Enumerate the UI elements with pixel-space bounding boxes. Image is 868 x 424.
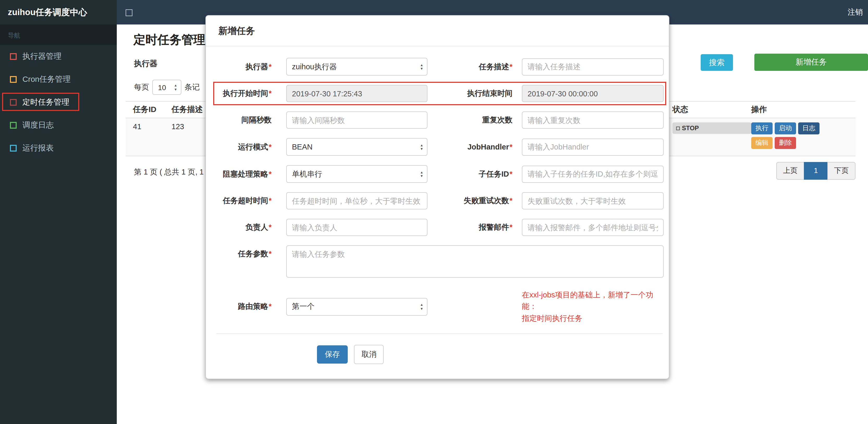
jobhandler-input[interactable] <box>522 138 664 156</box>
select-arrows-icon: ▲▼ <box>420 303 423 311</box>
task-desc-input[interactable] <box>522 58 664 75</box>
sidebar: 导航 执行器管理 Cron任务管理 定时任务管理 调度日志 运行报表 <box>0 25 117 424</box>
edit-button[interactable]: 编辑 <box>751 137 773 149</box>
square-outline-icon <box>10 53 17 60</box>
modal-footer: 保存 取消 <box>206 334 669 379</box>
row-actions: 执行 启动 日志 编辑 删除 <box>751 122 830 152</box>
per-page-suffix-label: 条记 <box>185 82 200 92</box>
task-desc-label: 任务描述* <box>428 62 517 72</box>
interval-input[interactable] <box>286 111 428 129</box>
start-time-input[interactable] <box>286 85 428 102</box>
form-row: 任务参数* <box>216 245 662 280</box>
sidebar-item-label: 执行器管理 <box>23 51 62 61</box>
page-title: 定时任务管理 <box>133 32 206 48</box>
sidebar-item-dispatch-log[interactable]: 调度日志 <box>0 113 117 136</box>
per-page-select[interactable]: 10 ▲▼ <box>152 80 181 95</box>
end-time-label: 执行结束时间 <box>428 89 517 98</box>
sidebar-item-label: 定时任务管理 <box>23 97 69 107</box>
per-page-prefix-label: 每页 <box>134 82 149 92</box>
save-button[interactable]: 保存 <box>317 346 348 364</box>
executor-select[interactable]: zuihou执行器 ▲▼ <box>286 58 428 75</box>
repeat-label: 重复次数 <box>428 115 517 125</box>
sidebar-item-label: Cron任务管理 <box>23 74 71 84</box>
start-button[interactable]: 启动 <box>775 122 796 134</box>
task-params-textarea[interactable] <box>286 245 664 278</box>
alarm-email-input[interactable] <box>522 219 664 236</box>
form-row: 执行器* zuihou执行器 ▲▼ 任务描述* <box>216 58 662 75</box>
select-arrows-icon: ▲▼ <box>420 63 423 71</box>
sidebar-nav-header: 导航 <box>0 25 117 45</box>
form-row: 运行模式* BEAN ▲▼ JobHandler* <box>216 138 662 156</box>
cancel-button[interactable]: 取消 <box>354 345 384 364</box>
square-outline-icon <box>10 144 17 151</box>
pagination: 上页 1 下页 <box>777 162 856 180</box>
status-badge: STOP <box>673 122 751 134</box>
executor-filter-label: 执行器 <box>134 59 157 69</box>
sidebar-item-executor-management[interactable]: 执行器管理 <box>0 45 117 68</box>
repeat-input[interactable] <box>522 111 664 129</box>
child-job-label: 子任务ID* <box>428 169 517 179</box>
sidebar-item-scheduled-task-management[interactable]: 定时任务管理 <box>0 91 117 113</box>
prev-page-button[interactable]: 上页 <box>776 162 804 180</box>
interval-label: 间隔秒数 <box>216 115 276 125</box>
square-outline-icon <box>10 99 17 105</box>
owner-input[interactable] <box>286 219 428 236</box>
task-params-label: 任务参数* <box>216 245 276 259</box>
stop-square-icon <box>676 126 680 130</box>
feature-note-line1: 在xxl-jobs项目的基础上，新增了一个功能： <box>522 289 662 313</box>
block-strategy-label: 阻塞处理策略* <box>216 169 276 179</box>
next-page-button[interactable]: 下页 <box>827 162 856 180</box>
logout-link[interactable]: 注销 <box>848 0 863 25</box>
status-badge-label: STOP <box>682 125 699 132</box>
sidebar-item-run-report[interactable]: 运行报表 <box>0 136 117 159</box>
cell-task-id: 41 <box>133 122 172 152</box>
delete-button[interactable]: 删除 <box>775 137 796 149</box>
select-arrows-icon: ▲▼ <box>174 83 177 91</box>
form-row: 阻塞处理策略* 单机串行 ▲▼ 子任务ID* <box>216 165 662 183</box>
timeout-input[interactable] <box>286 192 428 209</box>
form-row-time: 执行开始时间* 执行结束时间 <box>216 85 662 102</box>
add-task-modal: 新增任务 执行器* zuihou执行器 ▲▼ 任务描述* 执行开始时间* 执行结… <box>206 15 670 380</box>
timeout-label: 任务超时时间* <box>216 196 276 206</box>
select-arrows-icon: ▲▼ <box>420 170 423 178</box>
modal-body: 执行器* zuihou执行器 ▲▼ 任务描述* 执行开始时间* 执行结束时间 间… <box>206 46 669 334</box>
square-outline-icon <box>10 122 17 128</box>
executor-label: 执行器* <box>216 62 276 72</box>
search-button[interactable]: 搜索 <box>701 54 733 71</box>
screen: zuihou任务调度中心 注销 导航 执行器管理 Cron任务管理 定时任务管理… <box>0 0 868 424</box>
alarm-email-label: 报警邮件* <box>428 222 517 232</box>
block-strategy-select[interactable]: 单机串行 ▲▼ <box>286 165 428 183</box>
jobhandler-label: JobHandler* <box>428 143 517 151</box>
form-row: 任务超时时间* 失败重试次数* <box>216 192 662 209</box>
col-header-status: 状态 <box>673 105 751 115</box>
per-page-control: 每页 10 ▲▼ 条记 <box>134 80 200 95</box>
start-time-label: 执行开始时间* <box>216 89 276 98</box>
per-page-value: 10 <box>158 83 166 91</box>
log-button[interactable]: 日志 <box>798 122 819 134</box>
sidebar-item-label: 调度日志 <box>23 120 54 130</box>
child-job-input[interactable] <box>522 165 664 183</box>
pagination-summary: 第 1 页 ( 总共 1 页, 1 <box>134 167 204 177</box>
route-strategy-select[interactable]: 第一个 ▲▼ <box>286 298 428 316</box>
form-row: 间隔秒数 重复次数 <box>216 111 662 129</box>
form-row: 负责人* 报警邮件* <box>216 219 662 236</box>
run-button[interactable]: 执行 <box>751 122 773 134</box>
form-row: 路由策略* 第一个 ▲▼ 在xxl-jobs项目的基础上，新增了一个功能： 指定… <box>216 289 662 324</box>
current-page-button[interactable]: 1 <box>804 162 828 180</box>
retry-input[interactable] <box>522 192 664 209</box>
route-strategy-label: 路由策略* <box>216 302 276 312</box>
retry-label: 失败重试次数* <box>428 196 517 206</box>
feature-note: 在xxl-jobs项目的基础上，新增了一个功能： 指定时间执行任务 <box>522 289 662 324</box>
sidebar-toggle-icon[interactable] <box>126 9 132 16</box>
select-arrows-icon: ▲▼ <box>420 143 423 151</box>
add-task-button[interactable]: 新增任务 <box>754 54 868 71</box>
square-outline-icon <box>10 76 17 83</box>
sidebar-item-label: 运行报表 <box>23 143 54 153</box>
col-header-actions: 操作 <box>751 105 856 115</box>
end-time-input[interactable] <box>522 85 664 102</box>
owner-label: 负责人* <box>216 222 276 232</box>
sidebar-item-cron-task-management[interactable]: Cron任务管理 <box>0 68 117 91</box>
run-mode-select[interactable]: BEAN ▲▼ <box>286 138 428 156</box>
brand-title: zuihou任务调度中心 <box>0 0 117 25</box>
modal-header: 新增任务 <box>206 15 669 46</box>
